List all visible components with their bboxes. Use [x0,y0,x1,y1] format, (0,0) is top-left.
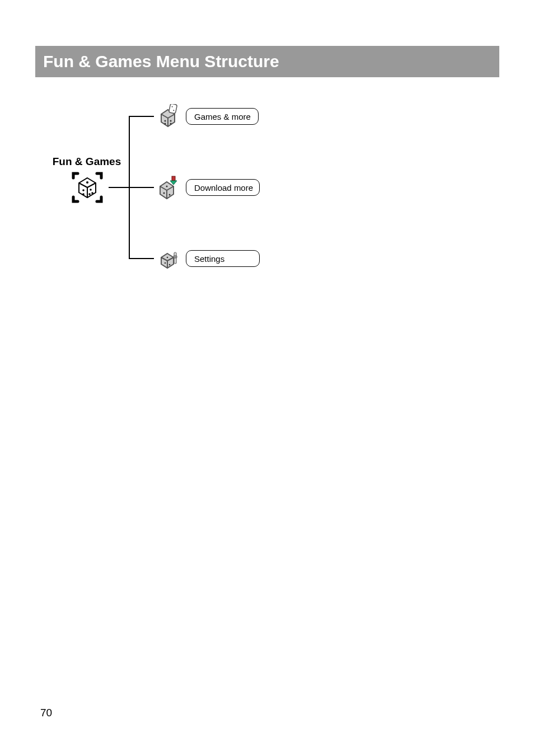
svg-point-4 [86,181,88,184]
svg-point-16 [170,120,172,122]
title-bar: Fun & Games Menu Structure [35,46,499,77]
menu-item-games-more: Games & more [186,108,259,125]
svg-point-15 [165,123,166,125]
menu-item-label: Games & more [194,112,251,121]
svg-marker-29 [170,181,177,185]
svg-point-27 [166,186,168,187]
svg-point-5 [82,189,85,191]
menu-item-download-more: Download more [186,179,260,196]
menu-item-label: Settings [194,254,224,264]
svg-point-36 [167,257,168,259]
menu-structure-diagram: Fun & Games [48,106,271,291]
menu-item-settings: Settings [186,250,260,267]
menu-item-label: Download more [194,183,253,192]
svg-point-7 [90,189,92,191]
document-page: Fun & Games Menu Structure Fun & Games [0,0,534,756]
svg-point-26 [169,194,171,196]
page-number: 70 [40,707,52,719]
svg-point-17 [170,123,172,125]
dice-root-icon [71,171,104,204]
download-more-icon [156,175,180,200]
svg-point-6 [82,193,85,195]
page-title: Fun & Games Menu Structure [43,52,279,71]
games-more-icon [156,104,180,129]
settings-icon [157,248,180,270]
svg-point-14 [165,120,166,122]
svg-point-8 [91,192,93,194]
svg-point-25 [163,192,165,194]
svg-rect-18 [168,104,177,114]
svg-point-35 [169,264,171,266]
svg-rect-28 [172,176,175,181]
svg-rect-38 [174,256,177,258]
svg-point-34 [165,262,166,264]
svg-point-9 [88,193,91,195]
root-label: Fun & Games [48,156,126,168]
